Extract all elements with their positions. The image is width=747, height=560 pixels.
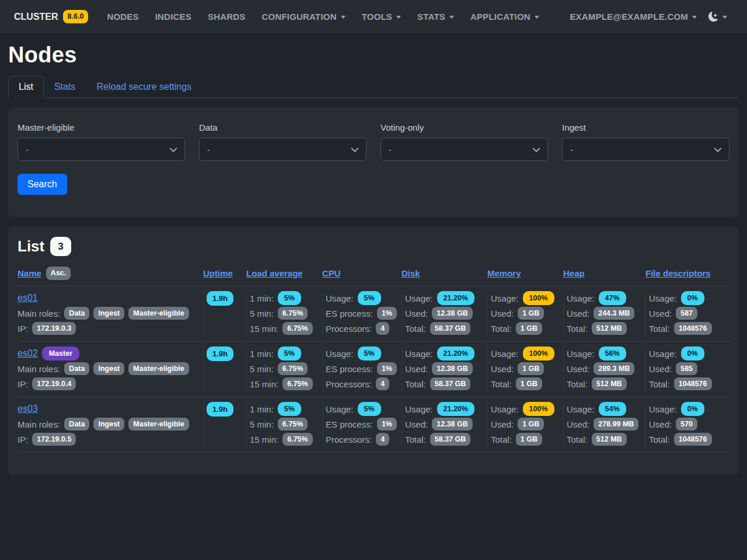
heap-total-badge: 512 MB bbox=[592, 433, 627, 446]
column-header-file-descriptors[interactable]: File descriptors bbox=[645, 268, 711, 278]
main-roles-label: Main roles: bbox=[18, 364, 60, 374]
cpu-es-process-badge: 1% bbox=[377, 418, 397, 431]
user-menu-label: EXAMPLE@EXAMPLE.COM bbox=[570, 12, 688, 22]
data-select[interactable]: - bbox=[199, 138, 366, 161]
uptime-cell: 1.9h bbox=[203, 291, 246, 337]
chevron-down-icon bbox=[169, 146, 177, 154]
column-header-load-average[interactable]: Load average bbox=[246, 268, 303, 278]
load-5min-badge: 6.75% bbox=[278, 307, 308, 320]
used-label: Used: bbox=[649, 309, 672, 318]
role-badge: Master-eligible bbox=[128, 307, 189, 320]
file-descriptors-cell: Usage:0% Used:570 Total:1048576 bbox=[645, 402, 729, 447]
load-15min-badge: 6.75% bbox=[282, 433, 312, 446]
fd-used-badge: 585 bbox=[676, 362, 697, 376]
navbar: CLUSTER 8.6.0 NODES INDICES SHARDS CONFI… bbox=[0, 0, 747, 33]
usage-label: Usage: bbox=[649, 293, 677, 303]
disk-cell: Usage:21.20% Used:12.38 GB Total:58.37 G… bbox=[402, 291, 487, 337]
total-label: Total: bbox=[567, 379, 588, 389]
ip-label: IP: bbox=[18, 324, 28, 334]
master-badge: Master bbox=[42, 346, 79, 361]
used-label: Used: bbox=[567, 364, 589, 374]
heap-total-badge: 512 MB bbox=[592, 322, 627, 335]
used-label: Used: bbox=[567, 419, 589, 429]
data-select-value: - bbox=[207, 145, 210, 155]
heap-used-badge: 244.3 MB bbox=[594, 307, 634, 320]
uptime-badge: 1.9h bbox=[207, 291, 233, 306]
nav-item-tools[interactable]: TOOLS bbox=[354, 7, 409, 26]
nav-item-application[interactable]: APPLICATION bbox=[462, 7, 547, 26]
usage-label: Usage: bbox=[405, 293, 433, 303]
uptime-cell: 1.9h bbox=[203, 402, 246, 447]
column-header-memory[interactable]: Memory bbox=[487, 268, 521, 278]
nav-item-configuration[interactable]: CONFIGURATION bbox=[254, 7, 354, 26]
usage-label: Usage: bbox=[491, 349, 519, 359]
node-name-link[interactable]: es03 bbox=[18, 404, 38, 414]
column-header-cpu[interactable]: CPU bbox=[322, 268, 341, 278]
total-label: Total: bbox=[649, 324, 670, 334]
disk-used-badge: 12.38 GB bbox=[432, 307, 473, 320]
column-header-load-average-cell: Load average bbox=[246, 267, 322, 280]
nav-item-stats[interactable]: STATS bbox=[409, 7, 462, 26]
ingest-select[interactable]: - bbox=[562, 138, 729, 161]
load-average-cell: 1 min:5% 5 min:6.75% 15 min:6.75% bbox=[246, 402, 322, 447]
processors-label: Processors: bbox=[326, 379, 372, 389]
nav-item-configuration-label: CONFIGURATION bbox=[262, 12, 337, 22]
column-header-heap[interactable]: Heap bbox=[563, 268, 585, 278]
node-name-link[interactable]: es02 bbox=[18, 348, 38, 359]
load-average-cell: 1 min:5% 5 min:6.75% 15 min:6.75% bbox=[246, 291, 322, 337]
nav-item-nodes[interactable]: NODES bbox=[99, 7, 146, 26]
column-header-uptime[interactable]: Uptime bbox=[203, 268, 233, 278]
nav-item-indices[interactable]: INDICES bbox=[147, 7, 200, 26]
disk-total-badge: 58.37 GB bbox=[430, 322, 471, 335]
file-descriptors-cell: Usage:0% Used:585 Total:1048576 bbox=[645, 346, 729, 392]
memory-total-badge: 1 GB bbox=[516, 322, 542, 335]
voting-only-select[interactable]: - bbox=[381, 138, 548, 161]
cluster-brand-link[interactable]: CLUSTER 8.6.0 bbox=[14, 10, 88, 23]
es-process-label: ES process: bbox=[326, 419, 373, 429]
master-eligible-select[interactable]: - bbox=[18, 138, 185, 161]
column-header-disk[interactable]: Disk bbox=[402, 268, 420, 278]
chevron-down-icon bbox=[692, 16, 697, 19]
load-5min-badge: 6.75% bbox=[278, 418, 308, 431]
node-name-link[interactable]: es01 bbox=[18, 293, 38, 303]
cpu-usage-badge: 5% bbox=[358, 291, 381, 306]
disk-usage-badge: 21.20% bbox=[437, 402, 474, 416]
ingest-select-value: - bbox=[570, 145, 573, 155]
nav-item-shards[interactable]: SHARDS bbox=[200, 7, 254, 26]
node-row: es02 Master Main roles: DataIngestMaster… bbox=[18, 342, 729, 397]
filter-field-voting-only: Voting-only - bbox=[381, 123, 548, 161]
fd-total-badge: 1048576 bbox=[674, 377, 712, 391]
chevron-down-icon bbox=[714, 146, 722, 154]
load-1min-badge: 5% bbox=[278, 291, 301, 306]
filter-label-data: Data bbox=[199, 123, 366, 132]
filters-panel: Master-eligible - Data - Voting-only - bbox=[8, 107, 739, 217]
cpu-processors-badge: 4 bbox=[376, 377, 389, 391]
memory-cell: Usage:100% Used:1 GB Total:1 GB bbox=[487, 402, 563, 447]
tab-reload-secure-settings[interactable]: Reload secure settings bbox=[86, 76, 202, 98]
user-menu[interactable]: EXAMPLE@EXAMPLE.COM bbox=[564, 7, 703, 26]
search-button[interactable]: Search bbox=[18, 174, 67, 195]
used-label: Used: bbox=[405, 309, 428, 318]
usage-label: Usage: bbox=[491, 404, 519, 414]
theme-toggle[interactable] bbox=[703, 7, 733, 26]
tab-stats[interactable]: Stats bbox=[44, 76, 86, 98]
fifteen-min-label: 15 min: bbox=[250, 324, 278, 334]
column-header-name[interactable]: Name bbox=[18, 268, 41, 278]
usage-label: Usage: bbox=[405, 404, 433, 414]
memory-cell: Usage:100% Used:1 GB Total:1 GB bbox=[487, 346, 563, 392]
chevron-down-icon bbox=[535, 16, 539, 19]
table-header-row: Name Asc. Uptime Load average CPU Disk M… bbox=[18, 267, 729, 286]
fd-usage-badge: 0% bbox=[681, 291, 704, 306]
uptime-badge: 1.9h bbox=[207, 346, 233, 361]
memory-used-badge: 1 GB bbox=[518, 418, 544, 431]
nav-item-stats-label: STATS bbox=[417, 12, 445, 22]
role-badge: Master-eligible bbox=[128, 362, 189, 376]
used-label: Used: bbox=[491, 419, 514, 429]
fd-usage-badge: 0% bbox=[681, 402, 704, 416]
usage-label: Usage: bbox=[491, 293, 519, 303]
filter-field-ingest: Ingest - bbox=[562, 123, 729, 161]
nav-item-nodes-label: NODES bbox=[107, 12, 138, 22]
tab-list[interactable]: List bbox=[8, 76, 44, 98]
heap-used-badge: 278.99 MB bbox=[594, 418, 638, 431]
column-header-file-descriptors-cell: File descriptors bbox=[645, 267, 729, 280]
